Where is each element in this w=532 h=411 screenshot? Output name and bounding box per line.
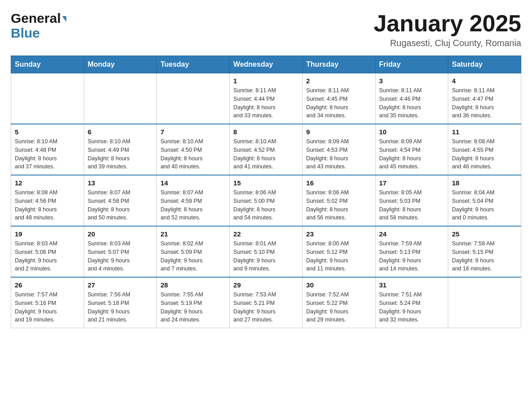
calendar-day-cell: 12Sunrise: 8:08 AMSunset: 4:56 PMDayligh… (11, 175, 84, 226)
calendar-day-cell: 20Sunrise: 8:03 AMSunset: 5:07 PMDayligh… (84, 226, 157, 277)
day-number: 29 (233, 281, 299, 289)
calendar-day-cell: 18Sunrise: 8:04 AMSunset: 5:04 PMDayligh… (448, 175, 521, 226)
day-info: Sunrise: 8:07 AMSunset: 4:58 PMDaylight:… (88, 188, 153, 222)
day-info: Sunrise: 8:10 AMSunset: 4:50 PMDaylight:… (160, 137, 226, 171)
day-info: Sunrise: 8:09 AMSunset: 4:54 PMDaylight:… (379, 137, 445, 171)
calendar-day-cell: 23Sunrise: 8:00 AMSunset: 5:12 PMDayligh… (302, 226, 375, 277)
day-info: Sunrise: 8:10 AMSunset: 4:52 PMDaylight:… (233, 137, 299, 171)
calendar-day-cell (448, 277, 521, 328)
calendar-day-cell: 15Sunrise: 8:06 AMSunset: 5:00 PMDayligh… (230, 175, 303, 226)
calendar-table: SundayMondayTuesdayWednesdayThursdayFrid… (11, 56, 521, 328)
day-info: Sunrise: 8:11 AMSunset: 4:47 PMDaylight:… (452, 86, 517, 120)
weekday-header-wednesday: Wednesday (230, 56, 303, 73)
day-number: 22 (233, 230, 299, 238)
day-number: 20 (88, 230, 153, 238)
weekday-header-sunday: Sunday (11, 56, 84, 73)
calendar-week-row: 5Sunrise: 8:10 AMSunset: 4:48 PMDaylight… (11, 124, 521, 175)
calendar-day-cell: 14Sunrise: 8:07 AMSunset: 4:59 PMDayligh… (157, 175, 230, 226)
day-info: Sunrise: 7:53 AMSunset: 5:21 PMDaylight:… (233, 291, 299, 324)
calendar-day-cell (84, 73, 157, 124)
day-number: 26 (15, 281, 80, 289)
calendar-day-cell: 10Sunrise: 8:09 AMSunset: 4:54 PMDayligh… (375, 124, 448, 175)
day-info: Sunrise: 7:56 AMSunset: 5:18 PMDaylight:… (88, 291, 153, 324)
day-number: 14 (160, 179, 226, 187)
day-info: Sunrise: 8:10 AMSunset: 4:49 PMDaylight:… (88, 137, 153, 171)
day-number: 21 (160, 230, 226, 238)
day-info: Sunrise: 8:05 AMSunset: 5:03 PMDaylight:… (379, 188, 445, 222)
day-number: 11 (452, 128, 517, 136)
weekday-header-friday: Friday (375, 56, 448, 73)
calendar-day-cell: 21Sunrise: 8:02 AMSunset: 5:09 PMDayligh… (157, 226, 230, 277)
day-number: 3 (379, 77, 445, 85)
day-number: 30 (306, 281, 372, 289)
calendar-day-cell: 25Sunrise: 7:58 AMSunset: 5:15 PMDayligh… (448, 226, 521, 277)
calendar-day-cell: 3Sunrise: 8:11 AMSunset: 4:46 PMDaylight… (375, 73, 448, 124)
day-info: Sunrise: 8:11 AMSunset: 4:46 PMDaylight:… (379, 86, 445, 120)
day-number: 2 (306, 77, 372, 85)
day-info: Sunrise: 8:11 AMSunset: 4:45 PMDaylight:… (306, 86, 372, 120)
day-info: Sunrise: 8:06 AMSunset: 5:02 PMDaylight:… (306, 188, 372, 222)
calendar-day-cell (11, 73, 84, 124)
day-number: 10 (379, 128, 445, 136)
calendar-day-cell: 17Sunrise: 8:05 AMSunset: 5:03 PMDayligh… (375, 175, 448, 226)
calendar-day-cell: 26Sunrise: 7:57 AMSunset: 5:16 PMDayligh… (11, 277, 84, 328)
day-number: 17 (379, 179, 445, 187)
day-number: 16 (306, 179, 372, 187)
day-info: Sunrise: 8:11 AMSunset: 4:44 PMDaylight:… (233, 86, 299, 120)
calendar-header-row: SundayMondayTuesdayWednesdayThursdayFrid… (11, 56, 521, 73)
weekday-header-monday: Monday (84, 56, 157, 73)
day-number: 7 (160, 128, 226, 136)
calendar-day-cell: 5Sunrise: 8:10 AMSunset: 4:48 PMDaylight… (11, 124, 84, 175)
day-info: Sunrise: 8:06 AMSunset: 5:00 PMDaylight:… (233, 188, 299, 222)
calendar-day-cell: 6Sunrise: 8:10 AMSunset: 4:49 PMDaylight… (84, 124, 157, 175)
day-info: Sunrise: 8:08 AMSunset: 4:56 PMDaylight:… (15, 188, 80, 222)
calendar-day-cell: 16Sunrise: 8:06 AMSunset: 5:02 PMDayligh… (302, 175, 375, 226)
calendar-day-cell: 28Sunrise: 7:55 AMSunset: 5:19 PMDayligh… (157, 277, 230, 328)
day-info: Sunrise: 8:10 AMSunset: 4:48 PMDaylight:… (15, 137, 80, 171)
logo-general-text: General (11, 11, 61, 26)
day-info: Sunrise: 8:03 AMSunset: 5:06 PMDaylight:… (15, 240, 80, 273)
calendar-week-row: 19Sunrise: 8:03 AMSunset: 5:06 PMDayligh… (11, 226, 521, 277)
title-block: January 2025 Rugasesti, Cluj County, Rom… (373, 11, 521, 48)
day-number: 4 (452, 77, 517, 85)
day-info: Sunrise: 7:59 AMSunset: 5:13 PMDaylight:… (379, 240, 445, 273)
day-number: 1 (233, 77, 299, 85)
day-number: 5 (15, 128, 80, 136)
logo-blue-text: Blue (11, 26, 40, 40)
day-info: Sunrise: 7:52 AMSunset: 5:22 PMDaylight:… (306, 291, 372, 324)
calendar-week-row: 1Sunrise: 8:11 AMSunset: 4:44 PMDaylight… (11, 73, 521, 124)
weekday-header-thursday: Thursday (302, 56, 375, 73)
calendar-day-cell: 24Sunrise: 7:59 AMSunset: 5:13 PMDayligh… (375, 226, 448, 277)
day-info: Sunrise: 8:09 AMSunset: 4:53 PMDaylight:… (306, 137, 372, 171)
calendar-day-cell: 30Sunrise: 7:52 AMSunset: 5:22 PMDayligh… (302, 277, 375, 328)
day-info: Sunrise: 7:51 AMSunset: 5:24 PMDaylight:… (379, 291, 445, 324)
day-number: 13 (88, 179, 153, 187)
day-info: Sunrise: 8:08 AMSunset: 4:55 PMDaylight:… (452, 137, 517, 171)
logo: General Blue (11, 11, 66, 40)
day-info: Sunrise: 7:55 AMSunset: 5:19 PMDaylight:… (160, 291, 226, 324)
calendar-subtitle: Rugasesti, Cluj County, Romania (373, 38, 521, 48)
day-number: 9 (306, 128, 372, 136)
day-number: 23 (306, 230, 372, 238)
day-number: 6 (88, 128, 153, 136)
calendar-day-cell (157, 73, 230, 124)
day-info: Sunrise: 8:07 AMSunset: 4:59 PMDaylight:… (160, 188, 226, 222)
day-number: 19 (15, 230, 80, 238)
day-info: Sunrise: 8:02 AMSunset: 5:09 PMDaylight:… (160, 240, 226, 273)
day-number: 12 (15, 179, 80, 187)
day-info: Sunrise: 8:04 AMSunset: 5:04 PMDaylight:… (452, 188, 517, 222)
calendar-day-cell: 4Sunrise: 8:11 AMSunset: 4:47 PMDaylight… (448, 73, 521, 124)
calendar-day-cell: 13Sunrise: 8:07 AMSunset: 4:58 PMDayligh… (84, 175, 157, 226)
day-number: 28 (160, 281, 226, 289)
day-info: Sunrise: 7:57 AMSunset: 5:16 PMDaylight:… (15, 291, 80, 324)
day-number: 18 (452, 179, 517, 187)
day-number: 27 (88, 281, 153, 289)
calendar-day-cell: 27Sunrise: 7:56 AMSunset: 5:18 PMDayligh… (84, 277, 157, 328)
day-number: 31 (379, 281, 445, 289)
day-number: 25 (452, 230, 517, 238)
day-info: Sunrise: 8:00 AMSunset: 5:12 PMDaylight:… (306, 240, 372, 273)
day-number: 15 (233, 179, 299, 187)
calendar-day-cell: 7Sunrise: 8:10 AMSunset: 4:50 PMDaylight… (157, 124, 230, 175)
calendar-day-cell: 8Sunrise: 8:10 AMSunset: 4:52 PMDaylight… (230, 124, 303, 175)
calendar-day-cell: 31Sunrise: 7:51 AMSunset: 5:24 PMDayligh… (375, 277, 448, 328)
